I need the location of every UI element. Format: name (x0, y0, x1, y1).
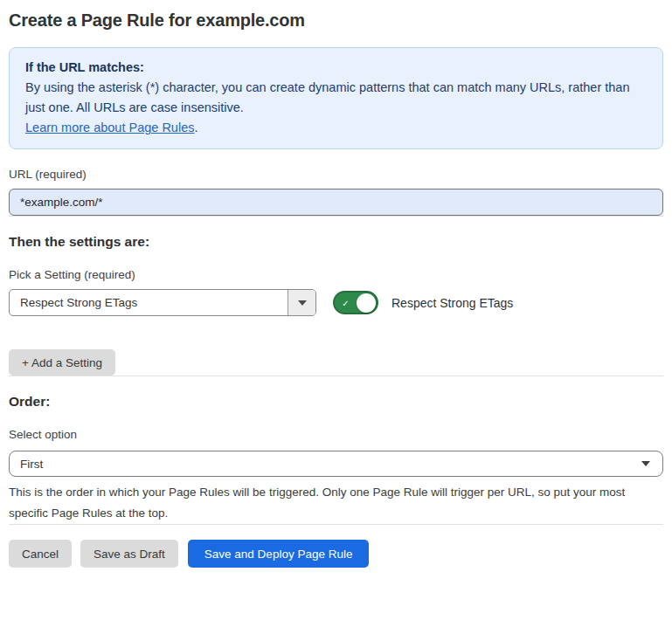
divider (9, 216, 663, 217)
footer-actions: Cancel Save as Draft Save and Deploy Pag… (9, 540, 663, 568)
setting-toggle[interactable]: ✓ (333, 291, 378, 314)
page-title: Create a Page Rule for example.com (9, 9, 663, 31)
setting-select-arrow-button[interactable] (288, 290, 315, 315)
divider (9, 376, 663, 376)
url-input[interactable] (9, 189, 663, 216)
order-select-value: First (20, 458, 43, 471)
order-help-text: This is the order in which your Page Rul… (9, 482, 655, 524)
toggle-label: Respect Strong ETags (391, 296, 513, 310)
setting-select-value: Respect Strong ETags (10, 290, 288, 315)
order-select-label: Select option (9, 428, 663, 442)
save-deploy-button[interactable]: Save and Deploy Page Rule (188, 540, 370, 568)
triangle-down-icon (298, 300, 307, 306)
link-suffix: . (194, 121, 197, 134)
info-box-link-line: Learn more about Page Rules. (25, 118, 647, 138)
check-icon: ✓ (339, 296, 352, 309)
pick-setting-label: Pick a Setting (required) (9, 268, 663, 282)
toggle-knob (357, 293, 376, 313)
url-label: URL (required) (9, 168, 663, 182)
divider (9, 524, 663, 525)
setting-row: Respect Strong ETags ✓ Respect Strong ET… (9, 289, 663, 316)
url-match-info-box: If the URL matches: By using the asteris… (9, 47, 663, 149)
save-draft-button[interactable]: Save as Draft (80, 540, 178, 568)
chevron-down-icon (641, 461, 650, 466)
setting-select[interactable]: Respect Strong ETags (9, 289, 316, 316)
add-setting-button[interactable]: + Add a Setting (9, 349, 115, 376)
info-box-heading: If the URL matches: (25, 58, 647, 78)
learn-more-link[interactable]: Learn more about Page Rules (25, 121, 194, 134)
order-heading: Order: (9, 394, 663, 410)
order-select[interactable]: First (9, 451, 663, 477)
cancel-button[interactable]: Cancel (9, 540, 72, 568)
settings-heading: Then the settings are: (9, 234, 663, 250)
create-page-rule-form: Create a Page Rule for example.com If th… (0, 0, 672, 627)
info-box-body: By using the asterisk (*) character, you… (25, 78, 647, 118)
